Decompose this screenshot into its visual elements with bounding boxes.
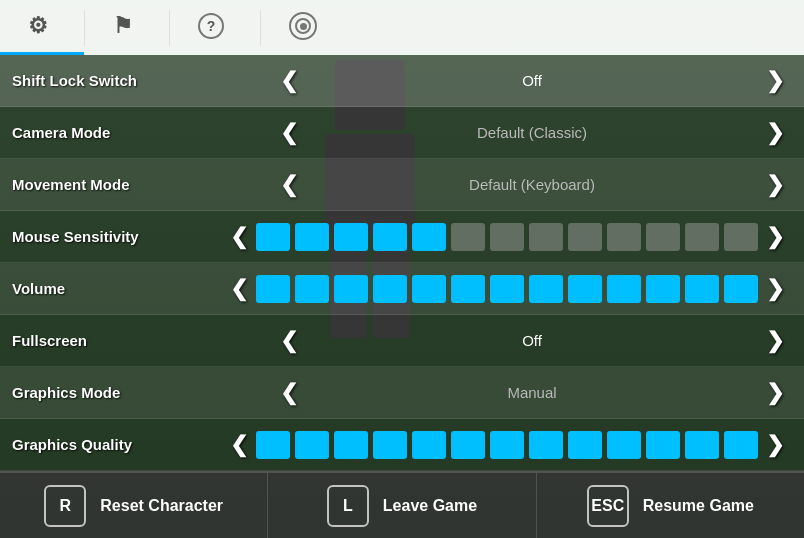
mouse-sensitivity-block-1 <box>295 223 329 251</box>
setting-row-movement-mode: Movement Mode❮Default (Keyboard)❯ <box>0 159 804 211</box>
volume-block-3 <box>373 275 407 303</box>
mouse-sensitivity-right-arrow[interactable]: ❯ <box>758 220 792 254</box>
setting-control-mouse-sensitivity: ❮❯ <box>222 220 792 254</box>
settings-content: Shift Lock Switch❮Off❯Camera Mode❮Defaul… <box>0 55 804 471</box>
btn-label-reset-character: Reset Character <box>100 497 223 515</box>
setting-row-volume: Volume❮❯ <box>0 263 804 315</box>
setting-label-mouse-sensitivity: Mouse Sensitivity <box>12 228 222 245</box>
graphics-quality-block-5 <box>451 431 485 459</box>
volume-block-6 <box>490 275 524 303</box>
mouse-sensitivity-block-3 <box>373 223 407 251</box>
mouse-sensitivity-block-5 <box>451 223 485 251</box>
graphics-quality-slider[interactable] <box>256 431 758 459</box>
camera-mode-right-arrow[interactable]: ❯ <box>758 116 792 150</box>
key-badge-reset-character: R <box>44 485 86 527</box>
fullscreen-left-arrow[interactable]: ❮ <box>272 324 306 358</box>
volume-block-0 <box>256 275 290 303</box>
graphics-quality-block-0 <box>256 431 290 459</box>
setting-row-camera-mode: Camera Mode❮Default (Classic)❯ <box>0 107 804 159</box>
volume-block-10 <box>646 275 680 303</box>
volume-block-9 <box>607 275 641 303</box>
nav-item-settings[interactable]: ⚙ <box>0 0 84 55</box>
mouse-sensitivity-block-8 <box>568 223 602 251</box>
setting-control-graphics-mode: ❮Manual❯ <box>272 376 792 410</box>
setting-row-shift-lock-switch: Shift Lock Switch❮Off❯ <box>0 55 804 107</box>
mouse-sensitivity-left-arrow[interactable]: ❮ <box>222 220 256 254</box>
mouse-sensitivity-block-7 <box>529 223 563 251</box>
shift-lock-switch-right-arrow[interactable]: ❯ <box>758 64 792 98</box>
nav-item-help[interactable]: ? <box>170 0 260 55</box>
movement-mode-left-arrow[interactable]: ❮ <box>272 168 306 202</box>
bottom-btn-reset-character[interactable]: RReset Character <box>0 473 268 538</box>
key-badge-leave-game: L <box>327 485 369 527</box>
record-icon <box>289 12 317 40</box>
graphics-mode-right-arrow[interactable]: ❯ <box>758 376 792 410</box>
graphics-quality-block-3 <box>373 431 407 459</box>
nav-bar: ⚙ ⚑ ? <box>0 0 804 55</box>
volume-block-4 <box>412 275 446 303</box>
graphics-quality-block-11 <box>685 431 719 459</box>
volume-left-arrow[interactable]: ❮ <box>222 272 256 306</box>
mouse-sensitivity-slider[interactable] <box>256 223 758 251</box>
setting-row-graphics-mode: Graphics Mode❮Manual❯ <box>0 367 804 419</box>
setting-control-movement-mode: ❮Default (Keyboard)❯ <box>272 168 792 202</box>
setting-label-fullscreen: Fullscreen <box>12 332 272 349</box>
setting-row-fullscreen: Fullscreen❮Off❯ <box>0 315 804 367</box>
graphics-quality-block-1 <box>295 431 329 459</box>
nav-item-report[interactable]: ⚑ <box>85 0 169 55</box>
setting-control-shift-lock-switch: ❮Off❯ <box>272 64 792 98</box>
setting-control-volume: ❮❯ <box>222 272 792 306</box>
volume-block-11 <box>685 275 719 303</box>
key-badge-resume-game: ESC <box>587 485 629 527</box>
graphics-quality-right-arrow[interactable]: ❯ <box>758 428 792 462</box>
setting-control-graphics-quality: ❮❯ <box>222 428 792 462</box>
help-icon: ? <box>198 13 224 39</box>
fullscreen-value: Off <box>306 332 758 349</box>
setting-label-camera-mode: Camera Mode <box>12 124 272 141</box>
graphics-quality-left-arrow[interactable]: ❮ <box>222 428 256 462</box>
graphics-quality-block-10 <box>646 431 680 459</box>
shift-lock-switch-left-arrow[interactable]: ❮ <box>272 64 306 98</box>
volume-block-8 <box>568 275 602 303</box>
bottom-btn-resume-game[interactable]: ESCResume Game <box>537 473 804 538</box>
bottom-bar: RReset CharacterLLeave GameESCResume Gam… <box>0 471 804 538</box>
volume-block-5 <box>451 275 485 303</box>
graphics-mode-left-arrow[interactable]: ❮ <box>272 376 306 410</box>
mouse-sensitivity-block-6 <box>490 223 524 251</box>
volume-block-12 <box>724 275 758 303</box>
report-icon: ⚑ <box>113 13 133 39</box>
graphics-quality-block-4 <box>412 431 446 459</box>
volume-block-7 <box>529 275 563 303</box>
mouse-sensitivity-block-9 <box>607 223 641 251</box>
volume-block-2 <box>334 275 368 303</box>
mouse-sensitivity-block-4 <box>412 223 446 251</box>
movement-mode-value: Default (Keyboard) <box>306 176 758 193</box>
mouse-sensitivity-block-0 <box>256 223 290 251</box>
setting-row-mouse-sensitivity: Mouse Sensitivity❮❯ <box>0 211 804 263</box>
volume-right-arrow[interactable]: ❯ <box>758 272 792 306</box>
setting-label-volume: Volume <box>12 280 222 297</box>
graphics-quality-block-6 <box>490 431 524 459</box>
mouse-sensitivity-block-2 <box>334 223 368 251</box>
volume-slider[interactable] <box>256 275 758 303</box>
camera-mode-left-arrow[interactable]: ❮ <box>272 116 306 150</box>
bottom-btn-leave-game[interactable]: LLeave Game <box>268 473 536 538</box>
graphics-mode-value: Manual <box>306 384 758 401</box>
graphics-quality-block-7 <box>529 431 563 459</box>
setting-label-graphics-mode: Graphics Mode <box>12 384 272 401</box>
setting-label-graphics-quality: Graphics Quality <box>12 436 222 453</box>
btn-label-resume-game: Resume Game <box>643 497 754 515</box>
fullscreen-right-arrow[interactable]: ❯ <box>758 324 792 358</box>
mouse-sensitivity-block-10 <box>646 223 680 251</box>
setting-control-fullscreen: ❮Off❯ <box>272 324 792 358</box>
nav-item-record[interactable] <box>261 0 353 55</box>
mouse-sensitivity-block-11 <box>685 223 719 251</box>
graphics-quality-block-9 <box>607 431 641 459</box>
setting-control-camera-mode: ❮Default (Classic)❯ <box>272 116 792 150</box>
volume-block-1 <box>295 275 329 303</box>
btn-label-leave-game: Leave Game <box>383 497 477 515</box>
shift-lock-switch-value: Off <box>306 72 758 89</box>
movement-mode-right-arrow[interactable]: ❯ <box>758 168 792 202</box>
graphics-quality-block-2 <box>334 431 368 459</box>
camera-mode-value: Default (Classic) <box>306 124 758 141</box>
